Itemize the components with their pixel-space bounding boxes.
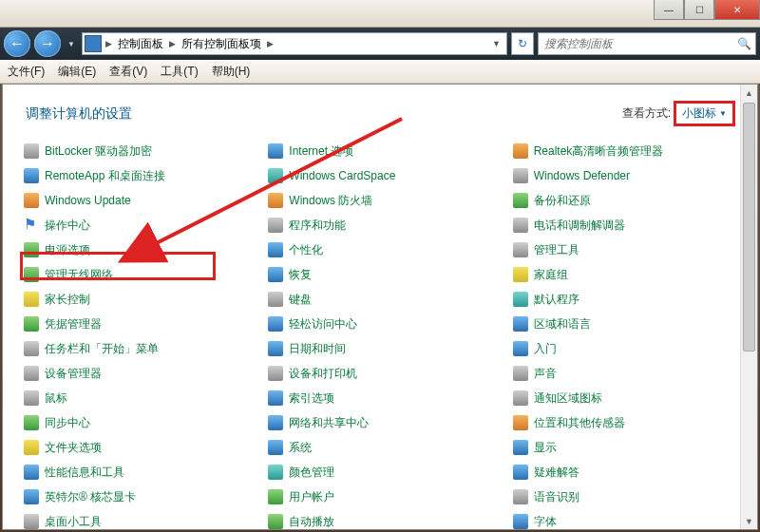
- homegroup-icon: [513, 267, 528, 282]
- control-panel-item-realtek-audio[interactable]: Realtek高清晰音频管理器: [509, 139, 748, 163]
- control-panel-item-performance-info[interactable]: 性能信息和工具: [20, 460, 258, 484]
- control-panel-item-troubleshooting[interactable]: 疑难解答: [509, 460, 748, 484]
- navigation-bar: ← → ▼ ▶ 控制面板 ▶ 所有控制面板项 ▶ ▼ ↻ 🔍: [0, 28, 760, 60]
- control-panel-item-parental-controls[interactable]: 家长控制: [20, 287, 258, 312]
- control-panel-item-remoteapp[interactable]: RemoteApp 和桌面连接: [20, 163, 258, 188]
- address-dropdown-icon[interactable]: ▼: [488, 39, 504, 48]
- chevron-down-icon: ▼: [719, 109, 727, 118]
- item-label: 字体: [534, 514, 557, 530]
- search-box[interactable]: 🔍: [538, 32, 756, 55]
- menu-tools[interactable]: 工具(T): [161, 64, 198, 80]
- sound-icon: [513, 366, 528, 381]
- menu-help[interactable]: 帮助(H): [212, 64, 251, 80]
- item-label: 电话和调制解调器: [534, 218, 625, 234]
- scroll-thumb[interactable]: [743, 103, 755, 352]
- recovery-icon: [268, 267, 283, 282]
- maximize-button[interactable]: ☐: [684, 0, 714, 20]
- breadcrumb-item[interactable]: 所有控制面板项: [178, 36, 265, 52]
- control-panel-item-ease-of-access[interactable]: 轻松访问中心: [264, 312, 503, 336]
- intel-graphics-icon: [24, 489, 39, 504]
- search-input[interactable]: [542, 36, 737, 51]
- control-panel-item-windows-update[interactable]: Windows Update: [20, 188, 258, 213]
- control-panel-item-indexing-options[interactable]: 索引选项: [264, 386, 503, 410]
- control-panel-item-cardspace[interactable]: Windows CardSpace: [264, 163, 503, 188]
- location-sensors-icon: [513, 415, 528, 430]
- view-by-dropdown[interactable]: 小图标 ▼: [674, 102, 734, 125]
- item-label: 自动播放: [289, 514, 334, 530]
- forward-button[interactable]: →: [34, 30, 61, 57]
- control-panel-item-display[interactable]: 显示: [509, 435, 748, 460]
- control-panel-item-getting-started[interactable]: 入门: [509, 336, 748, 361]
- control-panel-item-speech-recognition[interactable]: 语音识别: [509, 484, 748, 509]
- control-panel-item-admin-tools[interactable]: 管理工具: [509, 238, 748, 262]
- scroll-down-button[interactable]: ▼: [741, 513, 757, 529]
- control-panel-item-system[interactable]: 系统: [264, 435, 503, 460]
- window-controls: — ☐ ✕: [654, 0, 760, 20]
- control-panel-item-mouse[interactable]: 鼠标: [20, 386, 258, 410]
- control-panel-item-backup-restore[interactable]: 备份和还原: [509, 188, 748, 213]
- control-panel-item-internet-options[interactable]: Internet 选项: [264, 139, 503, 163]
- date-time-icon: [268, 341, 283, 356]
- control-panel-item-folder-options[interactable]: 文件夹选项: [20, 435, 258, 460]
- control-panel-item-default-programs[interactable]: 默认程序: [509, 287, 748, 312]
- control-panel-item-defender[interactable]: Windows Defender: [509, 163, 748, 188]
- minimize-button[interactable]: —: [654, 0, 684, 20]
- address-bar[interactable]: ▶ 控制面板 ▶ 所有控制面板项 ▶ ▼: [82, 32, 507, 55]
- control-panel-item-date-time[interactable]: 日期和时间: [264, 336, 503, 361]
- control-panel-item-device-manager[interactable]: 设备管理器: [20, 361, 258, 386]
- control-panel-item-homegroup[interactable]: 家庭组: [509, 262, 748, 287]
- control-panel-item-recovery[interactable]: 恢复: [264, 262, 503, 287]
- personalization-icon: [268, 242, 283, 257]
- performance-info-icon: [24, 465, 39, 480]
- item-label: Windows Update: [45, 194, 131, 207]
- control-panel-item-devices-printers[interactable]: 设备和打印机: [264, 361, 503, 386]
- close-button[interactable]: ✕: [714, 0, 760, 20]
- item-label: 同步中心: [45, 415, 90, 431]
- control-panel-item-network-sharing[interactable]: 网络和共享中心: [264, 410, 503, 435]
- control-panel-item-credential-manager[interactable]: 凭据管理器: [20, 312, 258, 336]
- control-panel-item-bitlocker[interactable]: BitLocker 驱动器加密: [20, 139, 258, 163]
- item-label: 恢复: [289, 267, 312, 283]
- control-panel-item-power-options[interactable]: 电源选项: [20, 238, 258, 262]
- breadcrumb-sep-icon[interactable]: ▶: [265, 39, 276, 48]
- control-panel-item-user-accounts[interactable]: 用户帐户: [264, 484, 503, 509]
- vertical-scrollbar[interactable]: ▲ ▼: [740, 85, 757, 529]
- control-panel-item-firewall[interactable]: Windows 防火墙: [264, 188, 503, 213]
- menu-edit[interactable]: 编辑(E): [58, 64, 96, 80]
- control-panel-item-notification-icons[interactable]: 通知区域图标: [509, 386, 748, 410]
- item-label: 管理工具: [534, 242, 580, 258]
- control-panel-item-keyboard[interactable]: 键盘: [264, 287, 503, 312]
- control-panel-item-fonts[interactable]: 字体: [509, 509, 748, 529]
- control-panel-item-intel-graphics[interactable]: 英特尔® 核芯显卡: [20, 484, 258, 509]
- indexing-options-icon: [268, 390, 283, 406]
- refresh-button[interactable]: ↻: [511, 32, 534, 55]
- troubleshooting-icon: [513, 465, 528, 480]
- control-panel-item-color-management[interactable]: 颜色管理: [264, 460, 503, 484]
- item-label: 任务栏和「开始」菜单: [45, 341, 159, 357]
- control-panel-item-action-center[interactable]: 操作中心: [20, 213, 258, 238]
- control-panel-item-desktop-gadgets[interactable]: 桌面小工具: [20, 509, 258, 529]
- control-panel-item-autoplay[interactable]: 自动播放: [264, 509, 503, 529]
- breadcrumb-sep-icon[interactable]: ▶: [167, 39, 178, 48]
- control-panel-item-taskbar-startmenu[interactable]: 任务栏和「开始」菜单: [20, 336, 258, 361]
- menu-file[interactable]: 文件(F): [8, 64, 45, 80]
- menu-view[interactable]: 查看(V): [109, 64, 147, 80]
- getting-started-icon: [513, 341, 528, 356]
- control-panel-item-location-sensors[interactable]: 位置和其他传感器: [509, 410, 748, 435]
- breadcrumb-item[interactable]: 控制面板: [114, 36, 167, 52]
- control-panel-item-personalization[interactable]: 个性化: [264, 238, 503, 262]
- control-panel-item-programs-features[interactable]: 程序和功能: [264, 213, 503, 238]
- control-panel-item-wireless-networks[interactable]: 管理无线网络: [20, 262, 258, 287]
- search-icon[interactable]: 🔍: [737, 37, 751, 50]
- realtek-audio-icon: [513, 143, 528, 159]
- programs-features-icon: [268, 218, 283, 233]
- nav-history-dropdown[interactable]: ▼: [65, 34, 78, 53]
- control-panel-item-sync-center[interactable]: 同步中心: [20, 410, 258, 435]
- control-panel-item-region-language[interactable]: 区域和语言: [509, 312, 748, 336]
- control-panel-item-sound[interactable]: 声音: [509, 361, 748, 386]
- item-label: Windows Defender: [534, 169, 630, 182]
- back-button[interactable]: ←: [4, 30, 30, 57]
- control-panel-item-phone-modem[interactable]: 电话和调制解调器: [509, 213, 748, 238]
- scroll-up-button[interactable]: ▲: [741, 85, 757, 101]
- scroll-track[interactable]: [741, 101, 757, 513]
